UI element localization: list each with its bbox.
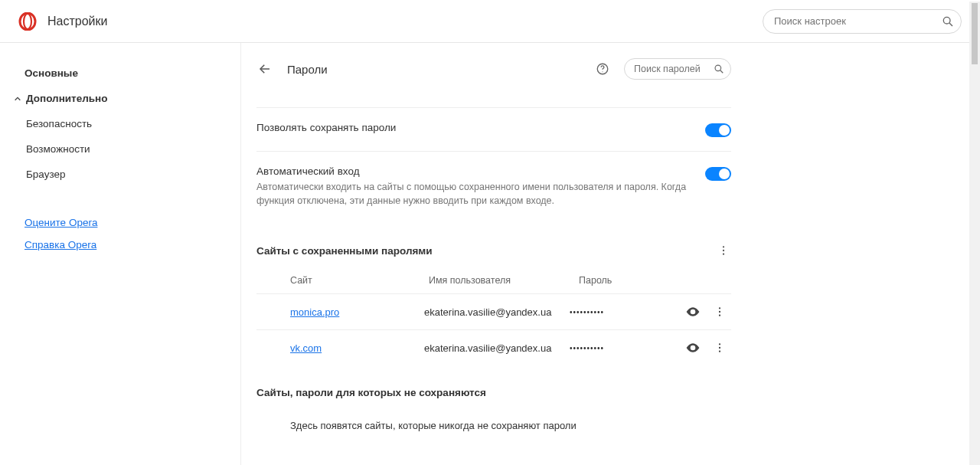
sidebar-item-label: Основные: [24, 67, 78, 79]
svg-point-0: [20, 13, 35, 30]
scrollbar[interactable]: [969, 2, 980, 465]
svg-line-3: [949, 23, 952, 26]
svg-point-9: [723, 246, 724, 247]
empty-message: Здесь появятся сайты, которые никогда не…: [256, 412, 731, 439]
passwords-search[interactable]: [624, 58, 731, 80]
sidebar-link-help[interactable]: Справка Opera: [21, 237, 228, 252]
main-content: Пароли Позволять сохранять пароли: [241, 43, 980, 465]
sidebar-item-label: Браузер: [26, 169, 66, 180]
section-title: Сайты с сохраненными паролями: [256, 245, 433, 257]
back-button[interactable]: [256, 61, 273, 77]
svg-point-15: [719, 315, 720, 316]
topbar: Настройки: [0, 0, 980, 43]
svg-point-6: [602, 71, 603, 72]
opera-logo-icon: [18, 12, 37, 31]
sidebar-item-basic[interactable]: Основные: [21, 61, 228, 85]
help-icon[interactable]: [595, 61, 610, 77]
row-menu-button[interactable]: [708, 306, 731, 318]
sidebar: Основные Дополнительно Безопасность Возм…: [0, 43, 241, 465]
svg-point-2: [943, 17, 950, 24]
sidebar-item-features[interactable]: Возможности: [21, 137, 228, 161]
section-title: Сайты, пароли для которых не сохраняются: [256, 387, 486, 398]
password-row: monica.pro ekaterina.vasilie@yandex.ua •…: [256, 293, 731, 329]
setting-title: Позволять сохранять пароли: [256, 122, 690, 133]
setting-title: Автоматический вход: [256, 165, 690, 177]
setting-auto-signin: Автоматический вход Автоматически входит…: [256, 151, 731, 221]
reveal-password-button[interactable]: [678, 340, 708, 355]
sidebar-item-label: Возможности: [26, 143, 90, 155]
search-icon: [942, 15, 954, 28]
svg-point-10: [723, 250, 724, 251]
saved-passwords-section: Сайты с сохраненными паролями Сайт Имя п…: [256, 243, 731, 365]
svg-point-13: [719, 307, 720, 309]
page-title: Пароли: [287, 63, 328, 76]
chevron-up-icon: [14, 95, 21, 103]
col-user: Имя пользователя: [429, 275, 574, 286]
col-site: Сайт: [290, 275, 424, 286]
username: ekaterina.vasilie@yandex.ua: [424, 306, 570, 318]
password-masked: ••••••••••: [570, 308, 678, 316]
site-link[interactable]: vk.com: [290, 342, 322, 354]
row-menu-button[interactable]: [708, 342, 731, 354]
search-icon: [714, 64, 724, 74]
setting-description: Автоматически входить на сайты с помощью…: [256, 180, 690, 208]
site-link[interactable]: monica.pro: [290, 306, 339, 318]
settings-search-input[interactable]: [763, 9, 962, 34]
sidebar-item-advanced[interactable]: Дополнительно: [21, 87, 228, 110]
svg-point-18: [719, 347, 720, 349]
svg-point-12: [692, 311, 694, 313]
sidebar-item-security[interactable]: Безопасность: [21, 112, 228, 136]
sidebar-item-label: Дополнительно: [26, 93, 108, 104]
sidebar-item-browser[interactable]: Браузер: [21, 162, 228, 186]
username: ekaterina.vasilie@yandex.ua: [424, 342, 570, 354]
svg-point-16: [692, 347, 694, 349]
toggle-save-passwords[interactable]: [705, 123, 731, 137]
settings-search[interactable]: [763, 9, 962, 34]
svg-point-17: [719, 343, 720, 345]
svg-point-19: [719, 351, 720, 352]
setting-save-passwords: Позволять сохранять пароли: [256, 107, 731, 151]
svg-line-8: [720, 70, 724, 74]
toggle-auto-signin[interactable]: [705, 167, 731, 181]
page-heading: Настройки: [47, 15, 107, 28]
sidebar-link-rate[interactable]: Оцените Opera: [21, 215, 228, 230]
password-row: vk.com ekaterina.vasilie@yandex.ua •••••…: [256, 329, 731, 365]
svg-point-11: [723, 254, 724, 255]
col-pass: Пароль: [579, 275, 731, 286]
section-menu-button[interactable]: [716, 243, 731, 258]
svg-point-1: [24, 14, 31, 29]
never-saved-section: Сайты, пароли для которых не сохраняются…: [256, 387, 731, 439]
sidebar-item-label: Безопасность: [26, 118, 92, 129]
svg-point-7: [715, 65, 721, 71]
page-header: Пароли: [256, 58, 731, 80]
table-header: Сайт Имя пользователя Пароль: [256, 272, 731, 293]
svg-point-14: [719, 311, 720, 313]
scrollbar-thumb[interactable]: [972, 3, 978, 64]
password-masked: ••••••••••: [570, 344, 678, 352]
reveal-password-button[interactable]: [678, 304, 708, 319]
